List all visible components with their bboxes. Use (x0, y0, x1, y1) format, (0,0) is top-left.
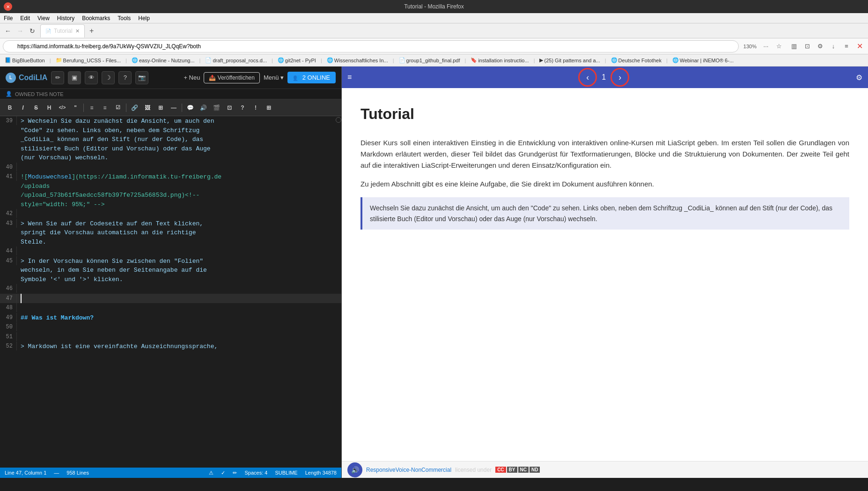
download-icon-button[interactable]: ↓ (828, 41, 839, 52)
menu-edit[interactable]: Edit (18, 15, 32, 22)
bookmark-easy-online[interactable]: 🌐 easy-Online - Nutzung... (130, 57, 197, 63)
bookmark-git-patterns[interactable]: ▶ (25) Git patterns and a... (537, 57, 602, 63)
menu-tools[interactable]: Tools (116, 15, 132, 22)
codilia-menu-button[interactable]: Menü ▾ (264, 74, 284, 81)
dark-mode-button[interactable]: ☽ (102, 71, 115, 84)
help-button[interactable]: ? (118, 71, 132, 84)
page-number: 1 (602, 73, 606, 82)
preview-header: ≡ ‹ 1 › ⚙ (342, 67, 868, 88)
code-button[interactable]: </> (56, 102, 68, 114)
grid-button[interactable]: ⊞ (263, 102, 275, 114)
hr-button[interactable]: — (168, 102, 180, 114)
screenshot-icon-button[interactable]: ⊡ (802, 41, 813, 52)
toolbar-separator-3 (182, 104, 182, 112)
preview-settings-button[interactable]: ⚙ (856, 73, 862, 82)
length-status: Length 34878 (305, 470, 337, 476)
reload-button[interactable]: ↻ (26, 25, 38, 37)
code-editor[interactable]: 39 > Wechseln Sie dazu zunächst die Ansi… (0, 116, 341, 468)
tab-favicon: 📄 (45, 29, 51, 34)
bookmark-berufung[interactable]: 📁 Berufung_UCSS - Files... (54, 57, 123, 63)
toolbar-separator-2 (126, 104, 126, 112)
status-sep: — (54, 470, 59, 476)
pen-mode-button[interactable]: ✏ (51, 71, 64, 84)
bookmark-group1[interactable]: 📄 group1_github_final.pdf (397, 57, 462, 63)
menu-view[interactable]: View (36, 15, 51, 22)
bookmark-wissenschaftlich[interactable]: 🌐 Wissenschaftliches In... (325, 57, 390, 63)
image-button[interactable]: 🖼 (141, 102, 154, 114)
online-users-button[interactable]: 👥 2 ONLINE (287, 72, 336, 83)
menu-file[interactable]: File (2, 15, 15, 22)
eye-mode-button[interactable]: 👁 (85, 71, 98, 84)
code-line-42: 42 (0, 209, 341, 219)
preview-navigation: ‹ 1 › (356, 68, 851, 87)
tab-close-button[interactable]: ✕ (75, 28, 80, 34)
responsive-voice-link[interactable]: ResponsiveVoice-NonCommercial (366, 467, 451, 473)
code-line-46: 46 (0, 284, 341, 294)
back-button[interactable]: ← (2, 25, 14, 37)
code-line-41: 41 ![Moduswechsel](https://liamd.informa… (0, 172, 341, 209)
account-icon-button[interactable]: ⚙ (815, 41, 826, 52)
bookmark-git2net[interactable]: 🌐 git2net - PyPI (276, 57, 318, 63)
more-options-button[interactable]: ··· (760, 41, 772, 52)
bookmark-installation[interactable]: 🔖 installation instructio... (469, 57, 530, 63)
menu-icon-button[interactable]: ≡ (841, 41, 852, 52)
publish-icon: 📤 (209, 74, 216, 81)
codilia-actions: + Neu 📤 Veröffentlichen Menü ▾ 👥 2 ONLIN… (184, 72, 336, 83)
bookmark-draft[interactable]: 📄 draft_proposal_rocs.d... (203, 57, 269, 63)
next-slide-button[interactable]: › (611, 68, 629, 87)
bold-button[interactable]: B (4, 102, 16, 114)
code-line-52: 52 > Markdown ist eine vereinfachte Ausz… (0, 342, 341, 351)
new-tab-button[interactable]: + (87, 26, 97, 36)
lines-count-status: 958 Lines (66, 470, 89, 476)
checkbox-button[interactable]: ☑ (112, 102, 124, 114)
warning-button[interactable]: ! (250, 102, 262, 114)
bookmark-webinar[interactable]: 🌐 Webinar | iNEMO® 6-... (670, 57, 736, 63)
help2-button[interactable]: ? (236, 102, 249, 114)
code-line-47: 47 (0, 294, 341, 304)
table-button[interactable]: ⊞ (154, 102, 167, 114)
code-line-39: 39 > Wechseln Sie dazu zunächst die Ansi… (0, 116, 341, 163)
editor-toolbar: B I S H </> " ≡ ≡ ☑ 🔗 🖼 ⊞ — 💬 🔊 🎬 ⊡ ? ! … (0, 99, 341, 116)
quote-button[interactable]: " (69, 102, 81, 114)
italic-button[interactable]: I (17, 102, 29, 114)
preview-right-icons: ⚙ (856, 73, 862, 82)
menu-help[interactable]: Help (136, 15, 152, 22)
code-line-50: 50 (0, 322, 341, 332)
voice-button[interactable]: 🔊 (347, 462, 362, 477)
prev-slide-button[interactable]: ‹ (578, 68, 597, 87)
strikethrough-button[interactable]: S (30, 102, 42, 114)
bookmark-deutsche-foto[interactable]: 🌐 Deutsche Fotothek (609, 57, 663, 63)
link-button[interactable]: 🔗 (128, 102, 140, 114)
main-area: L CodiLIA ✏ ▣ 👁 ☽ ? 📷 + Neu 📤 Veröffentl… (0, 67, 868, 478)
preview-menu-button[interactable]: ≡ (347, 73, 352, 82)
owned-notice: 👤 OWNED THIS NOTE (0, 89, 341, 99)
url-input[interactable] (3, 40, 739, 52)
sidebar-icon-button[interactable]: ▥ (788, 41, 800, 52)
book-mode-button[interactable]: ▣ (68, 71, 81, 84)
bookmark-bigbluebutton[interactable]: 📘 BigBlueButton (3, 57, 47, 63)
menu-history[interactable]: History (55, 15, 76, 22)
ordered-list-button[interactable]: ≡ (99, 102, 111, 114)
spaces-status: Spaces: 4 (244, 470, 267, 476)
comment-button[interactable]: 💬 (184, 102, 196, 114)
new-note-button[interactable]: + Neu (184, 74, 200, 81)
bookmark-star-button[interactable]: ☆ (773, 41, 785, 52)
menu-bookmarks[interactable]: Bookmarks (80, 15, 112, 22)
active-tab[interactable]: 📄 Tutorial ✕ (40, 24, 85, 37)
unordered-list-button[interactable]: ≡ (86, 102, 98, 114)
tabbar: ← → ↻ 📄 Tutorial ✕ + (0, 23, 868, 38)
address-icons: 130% ··· ☆ (743, 41, 785, 52)
camera-button[interactable]: 📷 (135, 71, 148, 84)
menubar: File Edit View History Bookmarks Tools H… (0, 13, 868, 23)
close-button[interactable]: ✕ (4, 2, 12, 11)
sublime-status: SUBLIME (275, 470, 297, 476)
widget-button[interactable]: ⊡ (223, 102, 235, 114)
codilia-mode-buttons: ✏ ▣ 👁 ☽ ? 📷 (51, 71, 148, 84)
video-button[interactable]: 🎬 (210, 102, 222, 114)
publish-button[interactable]: 📤 Veröffentlichen (204, 72, 260, 83)
warning-status: ⚠ (209, 470, 213, 476)
close-icon-button[interactable]: ✕ (854, 41, 865, 52)
heading-button[interactable]: H (43, 102, 55, 114)
audio-button[interactable]: 🔊 (197, 102, 209, 114)
forward-button[interactable]: → (14, 25, 26, 37)
